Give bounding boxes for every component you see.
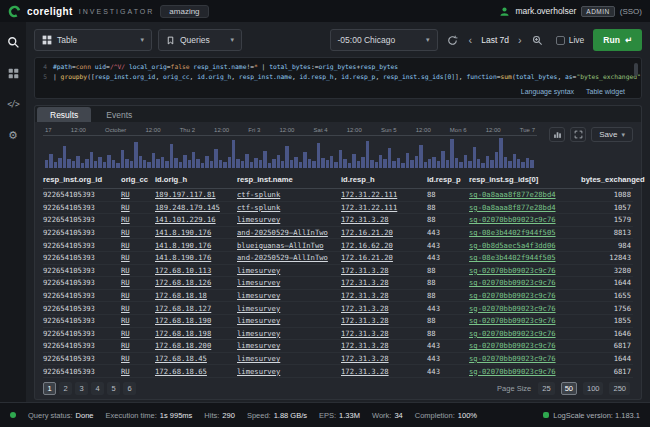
cell-orig_cc[interactable]: RU xyxy=(121,316,155,325)
page-button[interactable]: 5 xyxy=(107,382,120,395)
cell-orig_cc[interactable]: RU xyxy=(121,266,155,275)
tab-events[interactable]: Events xyxy=(93,107,145,122)
view-select[interactable]: Table ▾ xyxy=(34,29,152,51)
cell-id.resp_h[interactable]: 172.31.3.28 xyxy=(341,367,427,376)
cell-id.resp_h[interactable]: 172.31.3.28 xyxy=(341,316,427,325)
cell-orig_cc[interactable]: RU xyxy=(121,329,155,338)
cell-resp_inst.name[interactable]: limesurvey xyxy=(237,329,341,338)
gear-icon[interactable]: ⚙ xyxy=(5,127,21,143)
page-size-button[interactable]: 250 xyxy=(609,382,630,395)
fullscreen-icon[interactable] xyxy=(570,127,586,142)
page-size-button[interactable]: 50 xyxy=(561,382,577,395)
cell-id.resp_h[interactable]: 172.31.3.28 xyxy=(341,278,427,287)
editor-scrollbar[interactable] xyxy=(634,63,638,76)
cell-id.orig_h[interactable]: 172.68.18.45 xyxy=(155,354,237,363)
cell-resp_inst.name[interactable]: and-20250529—AllInTwo xyxy=(237,253,341,262)
cell-orig_cc[interactable]: RU xyxy=(121,215,155,224)
cell-orig_cc[interactable]: RU xyxy=(121,241,155,250)
run-button[interactable]: Run ↵ xyxy=(593,29,642,51)
queries-select[interactable]: Queries ▾ xyxy=(158,29,242,51)
column-header[interactable]: id.resp_h xyxy=(341,175,427,184)
live-checkbox[interactable] xyxy=(556,36,565,45)
cell-resp_inst.name[interactable]: limesurvey xyxy=(237,215,341,224)
cell-resp_inst.sg_ids[0][interactable]: sg-02070bb09023c9c76 xyxy=(469,304,581,313)
cell-resp_inst.sg_ids[0][interactable]: sg-08e3b4402f944f505 xyxy=(469,253,581,262)
cell-resp_inst.name[interactable]: blueiguanas—AllInTwo xyxy=(237,241,341,250)
page-size-button[interactable]: 25 xyxy=(538,382,554,395)
cell-id.orig_h[interactable]: 172.68.18.126 xyxy=(155,278,237,287)
save-button[interactable]: Save ▾ xyxy=(591,127,633,142)
tab-results[interactable]: Results xyxy=(37,107,91,122)
cell-id.resp_h[interactable]: 172.31.3.28 xyxy=(341,329,427,338)
cell-resp_inst.sg_ids[0][interactable]: sg-08e3b4402f944f505 xyxy=(469,228,581,237)
cell-resp_inst.sg_ids[0][interactable]: sg-02070bb09023c9c76 xyxy=(469,215,581,224)
cell-resp_inst.name[interactable]: limesurvey xyxy=(237,304,341,313)
username[interactable]: mark.overholser xyxy=(515,6,576,16)
cell-resp_inst.name[interactable]: limesurvey xyxy=(237,354,341,363)
editor-link[interactable]: Table widget xyxy=(586,88,625,95)
chart-toggle-icon[interactable] xyxy=(549,127,565,142)
time-range-value[interactable]: Last 7d xyxy=(479,35,511,45)
cell-orig_cc[interactable]: RU xyxy=(121,190,155,199)
cell-id.orig_h[interactable]: 172.68.18.18 xyxy=(155,291,237,300)
cell-id.orig_h[interactable]: 172.68.18.200 xyxy=(155,341,237,350)
page-button[interactable]: 3 xyxy=(75,382,88,395)
cell-id.resp_h[interactable]: 172.31.3.28 xyxy=(341,304,427,313)
cell-resp_inst.sg_ids[0][interactable]: sg-02070bb09023c9c76 xyxy=(469,291,581,300)
cell-id.resp_h[interactable]: 172.16.21.20 xyxy=(341,228,427,237)
editor-link[interactable]: Language syntax xyxy=(521,88,574,95)
cell-id.orig_h[interactable]: 172.68.18.127 xyxy=(155,304,237,313)
cell-id.orig_h[interactable]: 172.68.18.198 xyxy=(155,329,237,338)
cell-orig_cc[interactable]: RU xyxy=(121,278,155,287)
cell-id.resp_h[interactable]: 172.31.3.28 xyxy=(341,354,427,363)
cell-resp_inst.name[interactable]: limesurvey xyxy=(237,278,341,287)
cell-orig_cc[interactable]: RU xyxy=(121,367,155,376)
cell-orig_cc[interactable]: RU xyxy=(121,228,155,237)
cell-id.resp_h[interactable]: 172.31.3.28 xyxy=(341,215,427,224)
query-editor[interactable]: 4 #path=conn uid=/^V/ local_orig=false r… xyxy=(34,57,642,99)
refresh-icon[interactable] xyxy=(444,30,462,50)
cell-orig_cc[interactable]: RU xyxy=(121,304,155,313)
cell-resp_inst.sg_ids[0][interactable]: sg-0b8d5aec5a4f3dd06 xyxy=(469,241,581,250)
column-header[interactable]: resp_inst.name xyxy=(237,175,341,184)
cell-resp_inst.sg_ids[0][interactable]: sg-02070bb09023c9c76 xyxy=(469,316,581,325)
cell-resp_inst.name[interactable]: limesurvey xyxy=(237,367,341,376)
cell-id.resp_h[interactable]: 172.31.22.111 xyxy=(341,190,427,199)
cell-orig_cc[interactable]: RU xyxy=(121,354,155,363)
column-header[interactable]: id.orig_h xyxy=(155,175,237,184)
workspace-badge[interactable]: amazing xyxy=(160,5,208,18)
cell-id.orig_h[interactable]: 141.8.190.176 xyxy=(155,253,237,262)
column-header[interactable]: id.resp_p xyxy=(427,175,469,184)
zoom-in-icon[interactable] xyxy=(529,30,547,50)
cell-id.orig_h[interactable]: 172.68.10.113 xyxy=(155,266,237,275)
column-header[interactable]: bytes_exchanged xyxy=(581,175,647,184)
cell-id.resp_h[interactable]: 172.16.21.20 xyxy=(341,253,427,262)
cell-resp_inst.name[interactable]: limesurvey xyxy=(237,316,341,325)
page-button[interactable]: 1 xyxy=(43,382,56,395)
cell-id.orig_h[interactable]: 172.68.18.65 xyxy=(155,367,237,376)
cell-id.orig_h[interactable]: 189.248.179.145 xyxy=(155,203,237,212)
cell-id.resp_h[interactable]: 172.16.62.20 xyxy=(341,241,427,250)
cell-orig_cc[interactable]: RU xyxy=(121,203,155,212)
cell-id.orig_h[interactable]: 141.101.229.16 xyxy=(155,215,237,224)
live-toggle[interactable]: Live xyxy=(553,35,588,45)
cell-resp_inst.name[interactable]: and-20250529—AllInTwo xyxy=(237,228,341,237)
range-next-icon[interactable]: › xyxy=(517,34,523,46)
cell-resp_inst.sg_ids[0][interactable]: sg-02070bb09023c9c76 xyxy=(469,354,581,363)
cell-resp_inst.name[interactable]: ctf-splunk xyxy=(237,190,341,199)
cell-id.resp_h[interactable]: 172.31.3.28 xyxy=(341,266,427,275)
column-header[interactable]: resp_inst.sg_ids[0] xyxy=(469,175,581,184)
cell-resp_inst.sg_ids[0][interactable]: sg-02070bb09023c9c76 xyxy=(469,278,581,287)
cell-orig_cc[interactable]: RU xyxy=(121,341,155,350)
cell-resp_inst.name[interactable]: limesurvey xyxy=(237,266,341,275)
cell-id.orig_h[interactable]: 141.8.190.176 xyxy=(155,228,237,237)
cell-resp_inst.name[interactable]: limesurvey xyxy=(237,291,341,300)
cell-orig_cc[interactable]: RU xyxy=(121,253,155,262)
range-prev-icon[interactable]: ‹ xyxy=(468,34,474,46)
cell-resp_inst.sg_ids[0][interactable]: sg-0a8aaa8f877e28bd4 xyxy=(469,190,581,199)
column-header[interactable]: resp_inst.org_id xyxy=(43,175,121,184)
code-icon[interactable]: </> xyxy=(5,96,21,112)
search-icon[interactable] xyxy=(5,34,21,50)
cell-resp_inst.sg_ids[0][interactable]: sg-02070bb09023c9c76 xyxy=(469,341,581,350)
cell-resp_inst.sg_ids[0][interactable]: sg-02070bb09023c9c76 xyxy=(469,329,581,338)
